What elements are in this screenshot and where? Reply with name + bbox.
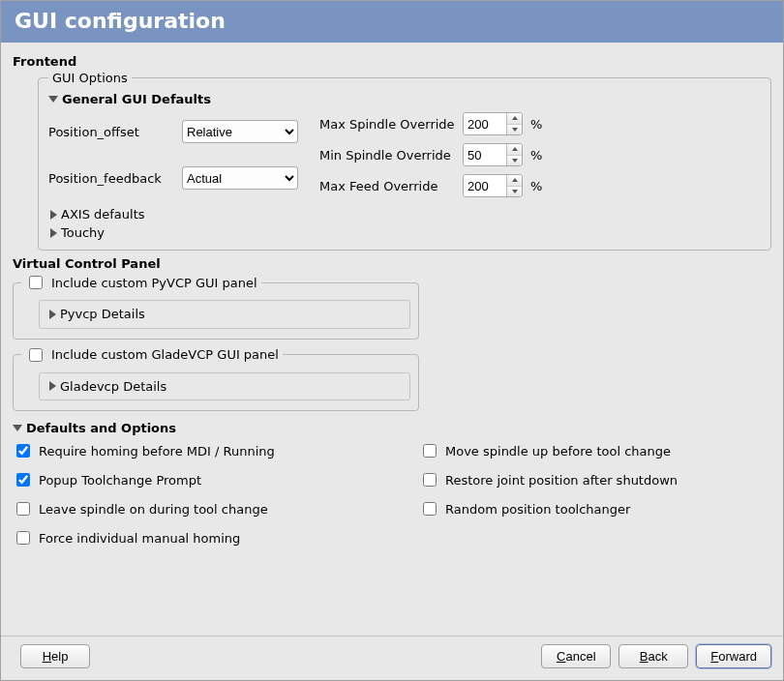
percent-label: % — [530, 148, 542, 163]
max-spindle-input[interactable] — [464, 113, 506, 134]
min-spindle-input[interactable] — [464, 144, 506, 165]
gui-options-group: GUI Options General GUI Defaults Positio… — [38, 71, 771, 251]
position-offset-label: Position_offset — [48, 125, 174, 139]
defaults-options-toggle[interactable]: Defaults and Options — [13, 421, 176, 435]
max-feed-spinner[interactable] — [463, 174, 523, 197]
opt-leave-spindle[interactable] — [16, 502, 30, 516]
chevron-right-icon — [50, 210, 57, 220]
opt-restore-joint[interactable] — [423, 473, 437, 487]
vcp-heading: Virtual Control Panel — [13, 256, 771, 271]
position-feedback-label: Position_feedback — [48, 171, 174, 186]
opt-move-spindle-up[interactable] — [423, 444, 437, 458]
forward-button[interactable]: Forward — [696, 644, 771, 668]
opt-label: Require homing before MDI / Running — [39, 444, 275, 459]
cancel-button[interactable]: Cancel — [541, 644, 611, 668]
frontend-heading: Frontend — [13, 54, 771, 69]
chevron-down-icon — [13, 425, 22, 431]
max-feed-input[interactable] — [464, 175, 506, 196]
min-spindle-spinner[interactable] — [463, 143, 523, 166]
spin-down-icon[interactable] — [507, 186, 522, 197]
axis-defaults-label: AXIS defaults — [61, 207, 145, 222]
spin-down-icon[interactable] — [507, 155, 522, 166]
min-spindle-label: Min Spindle Override — [319, 148, 455, 163]
opt-label: Restore joint position after shutdown — [445, 473, 678, 488]
page-title: GUI configuration — [1, 1, 783, 43]
max-spindle-spinner[interactable] — [463, 112, 523, 135]
spin-up-icon[interactable] — [507, 113, 522, 124]
gladevcp-details-label: Gladevcp Details — [60, 379, 166, 394]
opt-popup-toolchange[interactable] — [16, 473, 30, 487]
chevron-down-icon — [48, 96, 58, 103]
spin-down-icon[interactable] — [507, 124, 522, 135]
percent-label: % — [530, 179, 542, 193]
max-feed-label: Max Feed Override — [319, 179, 455, 193]
opt-label: Random position toolchanger — [445, 502, 630, 517]
chevron-right-icon — [50, 228, 57, 238]
gladevcp-details-toggle[interactable]: Gladevcp Details — [49, 379, 166, 394]
footer: Help Cancel Back Forward — [1, 636, 783, 680]
percent-label: % — [530, 117, 542, 132]
gladevcp-group: Include custom GladeVCP GUI panel Gladev… — [13, 345, 419, 412]
gladevcp-check-label: Include custom GladeVCP GUI panel — [51, 347, 279, 362]
general-gui-defaults-toggle[interactable]: General GUI Defaults — [48, 92, 211, 106]
pyvcp-check-label: Include custom PyVCP GUI panel — [51, 276, 257, 290]
content-area: Frontend GUI Options General GUI Default… — [1, 43, 783, 636]
pyvcp-details-label: Pyvcp Details — [60, 307, 145, 321]
opt-label: Leave spindle on during tool change — [39, 502, 268, 517]
general-gui-defaults-label: General GUI Defaults — [62, 92, 211, 106]
defaults-options-heading: Defaults and Options — [26, 421, 176, 435]
opt-force-individual-homing[interactable] — [16, 531, 30, 545]
pyvcp-checkbox[interactable] — [29, 276, 43, 289]
opt-random-toolchanger[interactable] — [423, 502, 437, 516]
touchy-toggle[interactable]: Touchy — [50, 223, 105, 242]
axis-defaults-toggle[interactable]: AXIS defaults — [50, 205, 145, 223]
opt-label: Popup Toolchange Prompt — [39, 473, 201, 488]
gladevcp-checkbox[interactable] — [29, 348, 43, 362]
max-spindle-label: Max Spindle Override — [319, 117, 455, 132]
opt-label: Force individual manual homing — [39, 531, 240, 546]
spin-up-icon[interactable] — [507, 144, 522, 155]
help-button[interactable]: Help — [20, 644, 90, 668]
position-offset-select[interactable]: Relative — [182, 120, 298, 143]
opt-require-homing[interactable] — [16, 444, 30, 458]
opt-label: Move spindle up before tool change — [445, 444, 671, 459]
position-feedback-select[interactable]: Actual — [182, 166, 298, 190]
touchy-label: Touchy — [61, 225, 105, 240]
spin-up-icon[interactable] — [507, 175, 522, 186]
chevron-right-icon — [49, 310, 56, 319]
pyvcp-group: Include custom PyVCP GUI panel Pyvcp Det… — [13, 273, 419, 340]
chevron-right-icon — [49, 381, 56, 391]
pyvcp-details-toggle[interactable]: Pyvcp Details — [49, 307, 145, 321]
back-button[interactable]: Back — [618, 644, 688, 668]
gui-options-legend: GUI Options — [48, 71, 132, 85]
